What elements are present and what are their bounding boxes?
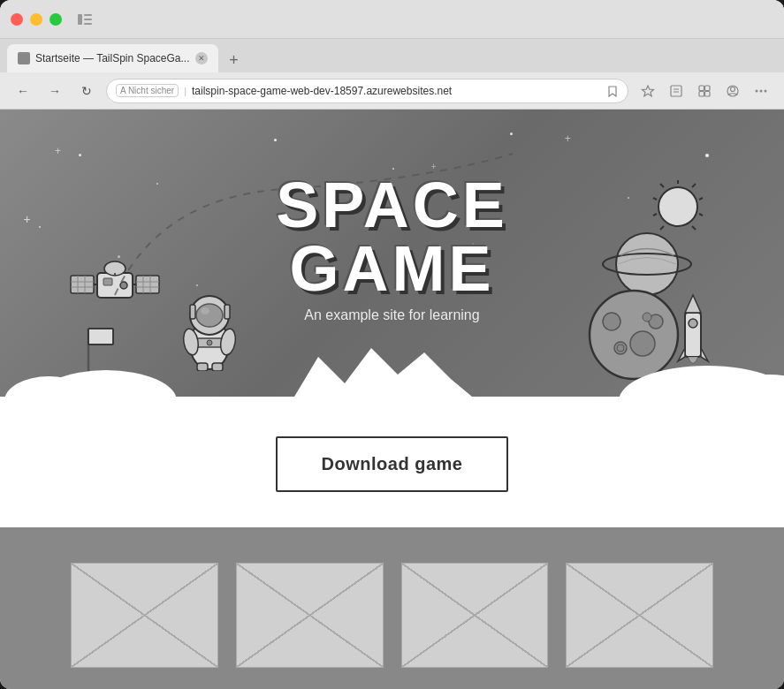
- fullscreen-button[interactable]: [49, 13, 62, 26]
- hero-section: + + + + +: [0, 110, 784, 401]
- security-badge: A Nicht sicher: [116, 84, 179, 97]
- svg-line-36: [692, 184, 696, 187]
- svg-point-14: [756, 89, 758, 92]
- svg-point-55: [689, 319, 697, 328]
- svg-point-63: [196, 304, 223, 327]
- svg-rect-8: [699, 86, 704, 91]
- browser-window: Startseite — TailSpin SpaceGa... ✕ + ← →…: [0, 0, 784, 689]
- profile-icon[interactable]: [720, 79, 745, 103]
- browser-content: + + + + +: [0, 110, 784, 689]
- bookmark-icon[interactable]: [606, 85, 619, 97]
- svg-rect-24: [136, 276, 159, 293]
- reading-list-icon[interactable]: [664, 79, 689, 103]
- card-item: [401, 563, 549, 668]
- svg-rect-5: [671, 86, 681, 96]
- svg-rect-65: [190, 305, 195, 319]
- svg-point-33: [120, 282, 127, 289]
- download-section: Download game: [0, 401, 784, 527]
- download-game-button[interactable]: Download game: [276, 436, 509, 492]
- satellite-illustration: [66, 246, 164, 329]
- svg-point-44: [616, 233, 678, 295]
- hero-subtitle: An example site for learning: [276, 307, 508, 323]
- svg-point-16: [765, 89, 767, 92]
- tab-favicon: [18, 52, 30, 64]
- active-tab[interactable]: Startseite — TailSpin SpaceGa... ✕: [7, 44, 218, 72]
- toolbar-icons: [636, 79, 773, 103]
- tab-label: Startseite — TailSpin SpaceGa...: [35, 52, 190, 64]
- svg-point-13: [731, 87, 735, 91]
- svg-rect-11: [705, 91, 711, 96]
- svg-marker-4: [643, 86, 654, 96]
- svg-rect-3: [84, 23, 92, 25]
- svg-point-64: [201, 307, 209, 314]
- forward-button[interactable]: →: [42, 79, 67, 103]
- svg-line-40: [660, 184, 664, 187]
- svg-line-41: [653, 198, 657, 200]
- svg-line-42: [653, 214, 657, 216]
- svg-rect-2: [84, 19, 92, 20]
- hero-title: SPACE GAME An example site for learning: [276, 173, 508, 323]
- svg-rect-10: [699, 91, 704, 96]
- back-button[interactable]: ←: [11, 79, 35, 103]
- svg-rect-18: [71, 276, 94, 293]
- svg-rect-66: [225, 305, 230, 319]
- minimize-button[interactable]: [30, 13, 42, 26]
- traffic-lights: [11, 13, 62, 26]
- card-item: [236, 563, 384, 668]
- svg-line-39: [692, 226, 696, 230]
- card-item: [566, 563, 713, 668]
- titlebar: [0, 0, 784, 39]
- cards-section: [0, 527, 784, 689]
- svg-line-43: [660, 226, 664, 230]
- title-line1: SPACE: [276, 173, 508, 237]
- address-bar[interactable]: A Nicht sicher | tailspin-space-game-web…: [106, 79, 628, 103]
- new-tab-button[interactable]: +: [222, 48, 247, 72]
- svg-marker-54: [685, 295, 701, 313]
- svg-rect-1: [84, 14, 92, 16]
- svg-point-15: [760, 89, 763, 92]
- title-line2: GAME: [276, 237, 508, 300]
- svg-rect-0: [78, 14, 82, 25]
- svg-rect-9: [705, 86, 711, 91]
- card-item: [71, 563, 218, 668]
- svg-rect-78: [0, 397, 784, 401]
- svg-point-34: [658, 187, 697, 226]
- tabbar: Startseite — TailSpin SpaceGa... ✕ +: [0, 39, 784, 72]
- url-text: tailspin-space-game-web-dev-18597.azurew…: [192, 85, 601, 97]
- more-options-icon[interactable]: [749, 79, 773, 103]
- close-button[interactable]: [11, 13, 23, 26]
- reload-button[interactable]: ↻: [74, 79, 99, 103]
- svg-line-37: [699, 198, 703, 200]
- tab-overview-icon[interactable]: [692, 79, 717, 103]
- sidebar-toggle-icon[interactable]: [76, 11, 94, 28]
- svg-line-38: [699, 214, 703, 216]
- cards-grid: [71, 563, 713, 668]
- svg-point-47: [603, 313, 620, 330]
- bookmark-star-icon[interactable]: [636, 79, 660, 103]
- ground-terrain: [0, 330, 784, 401]
- addressbar: ← → ↻ A Nicht sicher | tailspin-space-ga…: [0, 72, 784, 110]
- svg-rect-32: [103, 278, 112, 285]
- tab-close-button[interactable]: ✕: [195, 52, 208, 64]
- svg-point-52: [643, 313, 651, 322]
- svg-marker-75: [292, 348, 477, 401]
